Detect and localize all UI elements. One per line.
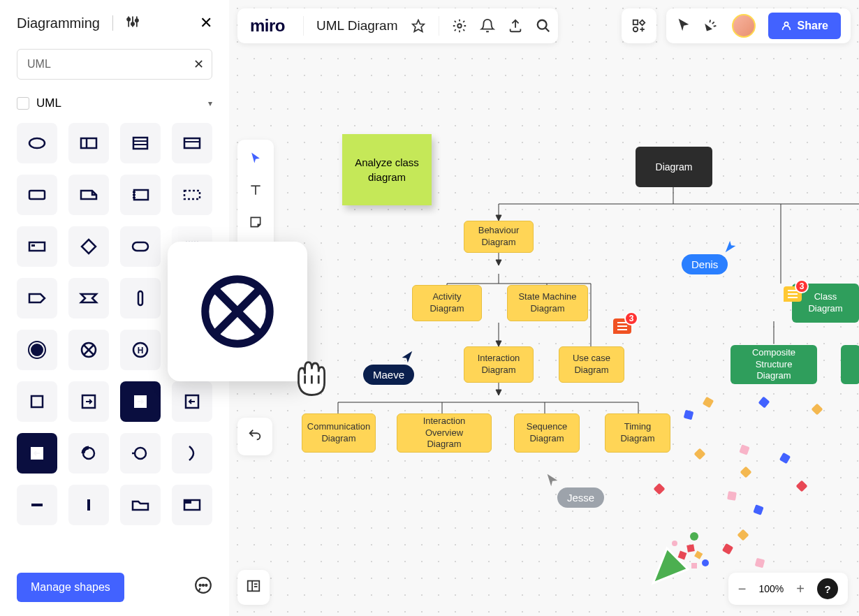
svg-text:H: H	[138, 346, 144, 355]
sticky-tool[interactable]	[246, 212, 265, 232]
shape-dashed-rect[interactable]	[172, 175, 212, 215]
help-button[interactable]: ?	[817, 578, 838, 599]
shape-three-row[interactable]	[120, 123, 161, 163]
comment-badge-2[interactable]: 3	[784, 286, 802, 302]
checkbox-icon[interactable]	[17, 97, 29, 110]
node-interaction[interactable]: Interaction Diagram	[464, 346, 534, 383]
settings-gear-icon[interactable]	[452, 18, 467, 34]
bell-icon[interactable]	[480, 18, 495, 34]
cursor-label: Jesse	[557, 487, 604, 508]
node-composite[interactable]: Composite Structure Diagram	[730, 345, 817, 384]
svg-rect-45	[184, 500, 191, 504]
apps-button[interactable]	[622, 8, 656, 43]
svg-rect-7	[81, 138, 96, 148]
shape-square-arrow-right-dark[interactable]	[120, 381, 161, 422]
shape-crescent[interactable]	[172, 433, 212, 474]
shape-diamond[interactable]	[68, 226, 109, 267]
shape-folder[interactable]	[120, 485, 161, 525]
shape-tag-right[interactable]	[17, 278, 57, 318]
svg-rect-100	[678, 551, 687, 560]
svg-rect-101	[687, 544, 695, 552]
cursor-label: Denis	[682, 254, 728, 274]
node-state-machine[interactable]: State Machine Diagram	[507, 285, 588, 321]
shape-ellipse[interactable]	[17, 123, 57, 163]
panel-toggle-button[interactable]	[237, 570, 270, 605]
cursor-tool-icon[interactable]	[676, 17, 691, 35]
text-tool[interactable]	[246, 180, 265, 200]
shape-topbar[interactable]	[172, 123, 212, 163]
miro-logo[interactable]: miro	[244, 16, 291, 36]
node-use-case[interactable]: Use case Diagram	[559, 346, 624, 383]
sticky-note[interactable]: Analyze class diagram	[342, 134, 432, 205]
shape-rect[interactable]	[17, 175, 57, 215]
shape-rounded-rect[interactable]	[120, 226, 161, 267]
sliders-icon[interactable]	[126, 15, 140, 32]
svg-line-83	[710, 20, 710, 23]
select-tool[interactable]	[246, 148, 265, 168]
svg-point-105	[672, 541, 677, 546]
shape-square[interactable]	[17, 381, 57, 422]
svg-rect-90	[248, 581, 260, 592]
shape-square-arrow-left[interactable]	[172, 381, 212, 422]
shape-minus[interactable]	[17, 485, 57, 525]
shape-target-half[interactable]	[68, 433, 109, 474]
shape-circle-dot[interactable]	[120, 433, 161, 474]
zoom-out-button[interactable]: −	[738, 581, 747, 597]
svg-point-4	[131, 22, 134, 25]
shape-two-col[interactable]	[68, 123, 109, 163]
svg-point-47	[200, 585, 201, 586]
shape-pill-vertical[interactable]	[120, 278, 161, 318]
svg-point-73	[457, 24, 462, 28]
share-button[interactable]: Share	[768, 13, 841, 39]
zoom-in-button[interactable]: +	[796, 581, 805, 597]
node-partial[interactable]	[841, 345, 859, 384]
upload-icon[interactable]	[508, 18, 523, 34]
svg-rect-15	[134, 190, 148, 200]
category-uml[interactable]: UML ▾	[17, 96, 212, 110]
node-diagram[interactable]: Diagram	[636, 147, 712, 187]
shape-circle-h[interactable]: H	[120, 330, 161, 370]
shape-notebook[interactable]	[120, 175, 161, 215]
shape-circle-cross[interactable]	[68, 330, 109, 370]
undo-button[interactable]	[237, 418, 272, 455]
clear-search-icon[interactable]: ✕	[193, 57, 204, 72]
shape-line-vertical[interactable]	[68, 485, 109, 525]
node-activity[interactable]: Activity Diagram	[412, 285, 482, 321]
node-timing[interactable]: Timing Diagram	[605, 413, 670, 453]
close-sidebar-icon[interactable]: ✕	[200, 14, 212, 32]
shape-card-thin[interactable]	[17, 226, 57, 267]
shape-folded-corner[interactable]	[68, 175, 109, 215]
svg-point-6	[29, 138, 45, 148]
star-icon[interactable]	[411, 18, 426, 34]
node-sequence[interactable]: Sequence Diagram	[514, 413, 580, 453]
shape-square-arrow-left-dark[interactable]	[17, 433, 57, 474]
shape-search-input[interactable]	[17, 49, 212, 80]
zoom-level[interactable]: 100%	[759, 583, 784, 594]
shape-tag-notch[interactable]	[68, 278, 109, 318]
comment-count: 3	[624, 311, 638, 325]
shape-square-arrow-right[interactable]	[68, 381, 109, 422]
svg-point-74	[537, 20, 546, 29]
shape-browser[interactable]	[172, 485, 212, 525]
node-interaction-overview[interactable]: Interaction Overview Diagram	[397, 413, 492, 453]
board-title[interactable]: UML Diagram	[316, 18, 398, 34]
zoom-controls: − 100% + ?	[728, 573, 848, 605]
svg-line-82	[713, 26, 716, 27]
manage-shapes-button[interactable]: Manage shapes	[17, 573, 124, 602]
confetti-icon[interactable]	[704, 17, 719, 35]
comment-badge-1[interactable]: 3	[613, 318, 631, 334]
svg-rect-22	[133, 242, 148, 251]
user-avatar[interactable]	[732, 14, 756, 38]
cursor-jesse: Jesse	[545, 472, 604, 508]
sidebar-title: Diagramming	[17, 15, 100, 31]
search-icon[interactable]	[536, 18, 551, 34]
svg-point-78	[633, 27, 637, 31]
svg-point-102	[690, 532, 698, 541]
chat-icon[interactable]	[194, 576, 212, 599]
node-communication[interactable]: Communication Diagram	[302, 413, 376, 453]
category-label: UML	[36, 96, 201, 110]
svg-point-49	[205, 585, 207, 586]
shape-filled-circle[interactable]	[17, 330, 57, 370]
node-behaviour[interactable]: Behaviour Diagram	[464, 221, 534, 253]
svg-point-5	[135, 19, 138, 22]
